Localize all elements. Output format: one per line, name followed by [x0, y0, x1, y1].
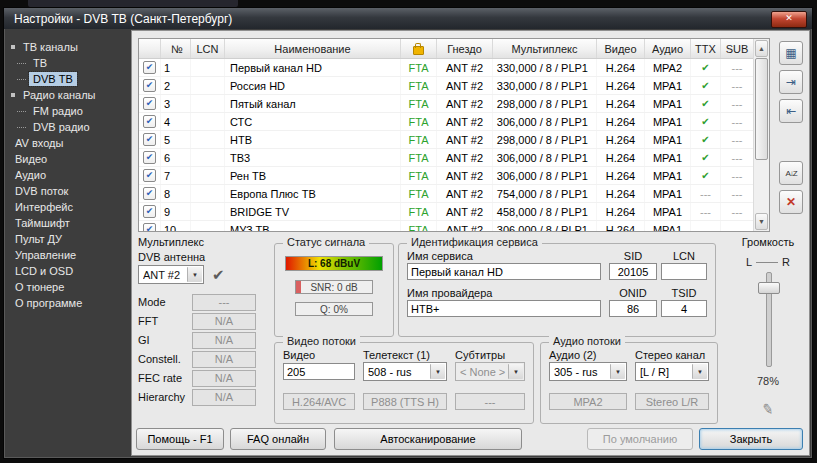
multiplex-param-row: FEC rateN/A [138, 370, 268, 386]
chevron-down-icon[interactable]: ▼ [430, 364, 445, 379]
chevron-down-icon[interactable]: ▼ [610, 364, 625, 379]
column-header-encryption[interactable] [401, 39, 437, 58]
param-value-field: N/A [192, 351, 256, 368]
channel-checkbox[interactable]: ✔ [143, 79, 156, 92]
column-header-socket[interactable]: Гнездо [437, 39, 493, 58]
faq-button[interactable]: FAQ онлайн [230, 428, 326, 450]
sidebar-item[interactable]: Таймшифт [4, 215, 131, 231]
sidebar-item[interactable]: LCD и OSD [4, 263, 131, 279]
table-row[interactable]: ✔9BRIDGE TVFTAANT #2458,000 / 8 / PLP1H.… [139, 203, 753, 221]
sidebar-item[interactable]: Аудио [4, 167, 131, 183]
subtitles-combobox[interactable]: < None > ▼ [455, 362, 525, 381]
stereo-combobox[interactable]: [L / R] ▼ [635, 362, 709, 381]
column-header-name[interactable]: Наименование [225, 39, 401, 58]
sidebar-item[interactable]: FM радио [4, 103, 131, 119]
sidebar-item[interactable]: Радио каналы [4, 87, 131, 103]
table-row[interactable]: ✔8Европа Плюс ТВFTAANT #2754,000 / 8 / P… [139, 185, 753, 203]
close-dialog-button[interactable]: Закрыть [699, 428, 803, 450]
teletext-combobox[interactable]: 508 - rus ▼ [363, 362, 447, 381]
scrollbar-track[interactable] [754, 58, 769, 212]
channel-checkbox[interactable]: ✔ [143, 169, 156, 182]
column-header-video[interactable]: Видео [597, 39, 645, 58]
autoscan-button[interactable]: Автосканирование [334, 428, 522, 450]
table-row[interactable]: ✔5НТВFTAANT #2298,000 / 8 / PLP1H.264MPA… [139, 131, 753, 149]
volume-slider[interactable] [732, 272, 804, 367]
stereo-info-field: Stereo L/R [635, 393, 709, 410]
sidebar-item[interactable]: ТВ [4, 55, 131, 71]
sidebar-item[interactable]: О программе [4, 295, 131, 311]
table-row[interactable]: ✔3Пятый каналFTAANT #2298,000 / 8 / PLP1… [139, 95, 753, 113]
cell-number: 8 [161, 185, 191, 202]
cell-audio: MPA1 [645, 95, 691, 112]
table-scrollbar[interactable]: ▲ ▼ [753, 39, 769, 231]
pencil-icon[interactable]: ✎ [731, 395, 805, 423]
help-button[interactable]: Помощь - F1 [136, 428, 224, 450]
column-header-multiplex[interactable]: Мультиплекс [493, 39, 597, 58]
channel-grid-button[interactable]: ▦ [779, 41, 803, 65]
column-header-checkbox[interactable] [139, 39, 161, 58]
provider-field[interactable] [407, 300, 601, 317]
table-row[interactable]: ✔2Россия HDFTAANT #2330,000 / 8 / PLP1H.… [139, 77, 753, 95]
video-pid-field[interactable] [283, 363, 355, 380]
column-header-sub[interactable]: SUB [721, 39, 753, 58]
sidebar-item[interactable]: AV входы [4, 135, 131, 151]
lcn-field[interactable] [661, 263, 707, 280]
service-name-field[interactable] [407, 263, 601, 280]
sidebar-item[interactable]: О тюнере [4, 279, 131, 295]
column-header-number[interactable]: № [161, 39, 191, 58]
table-row[interactable]: ✔1Первый канал HDFTAANT #2330,000 / 8 / … [139, 59, 753, 77]
table-row[interactable]: ✔4СТСFTAANT #2306,000 / 8 / PLP1H.264MPA… [139, 113, 753, 131]
sidebar-item[interactable]: DVB радио [4, 119, 131, 135]
sid-field[interactable] [609, 263, 657, 280]
channel-checkbox[interactable]: ✔ [143, 187, 156, 200]
column-header-audio[interactable]: Аудио [645, 39, 691, 58]
scrollbar-thumb[interactable] [755, 58, 768, 160]
cell-audio: MPA1 [645, 203, 691, 220]
onid-field[interactable] [609, 300, 657, 317]
video-codec-field: H.264/AVC [283, 393, 355, 410]
sidebar-item[interactable]: DVB поток [4, 183, 131, 199]
sidebar-item[interactable]: Видео [4, 151, 131, 167]
channel-checkbox[interactable]: ✔ [143, 97, 156, 110]
channel-checkbox[interactable]: ✔ [143, 133, 156, 146]
delete-channel-button[interactable]: ✕ [779, 190, 803, 214]
chevron-down-icon[interactable]: ▼ [692, 364, 707, 379]
chevron-down-icon[interactable]: ▼ [187, 267, 202, 282]
table-row[interactable]: ✔7Рен ТВFTAANT #2306,000 / 8 / PLP1H.264… [139, 167, 753, 185]
sidebar-item[interactable]: ТВ каналы [4, 39, 131, 55]
antenna-combobox[interactable]: ANT #2 ▼ [138, 265, 204, 284]
close-button[interactable]: ✕ [771, 11, 807, 28]
cell-audio: MPA1 [645, 77, 691, 94]
cell-encryption: FTA [401, 131, 437, 148]
cell-video: H.264 [597, 221, 645, 231]
scroll-up-icon[interactable]: ▲ [755, 40, 768, 57]
channel-checkbox[interactable]: ✔ [143, 223, 156, 231]
cell-checkbox: ✔ [139, 149, 161, 166]
channel-checkbox[interactable]: ✔ [143, 205, 156, 218]
sidebar-item[interactable]: Пульт ДУ [4, 231, 131, 247]
volume-slider-handle[interactable] [758, 282, 780, 294]
sort-az-button[interactable]: A↓Z [779, 161, 803, 185]
channel-checkbox[interactable]: ✔ [143, 151, 156, 164]
cell-socket: ANT #2 [437, 59, 493, 76]
titlebar[interactable]: Настройки - DVB ТВ (Санкт-Петербург) ✕ [4, 8, 812, 29]
apply-antenna-button[interactable]: ✔ [212, 266, 225, 284]
column-header-lcn[interactable]: LCN [191, 39, 225, 58]
table-row[interactable]: ✔10МУЗ ТВFTAANT #2306,000 / 8 / PLP1H.26… [139, 221, 753, 231]
list-export-button[interactable]: ⇤ [779, 99, 803, 123]
sidebar-item[interactable]: Управление [4, 247, 131, 263]
list-import-button[interactable]: ⇥ [779, 70, 803, 94]
table-row[interactable]: ✔6ТВ3FTAANT #2306,000 / 8 / PLP1H.264MPA… [139, 149, 753, 167]
channel-checkbox[interactable]: ✔ [143, 61, 156, 74]
cell-lcn [191, 203, 225, 220]
sidebar-item[interactable]: Интерфейс [4, 199, 131, 215]
cell-lcn [191, 77, 225, 94]
audio-combobox[interactable]: 305 - rus ▼ [549, 362, 627, 381]
tsid-field[interactable] [661, 300, 707, 317]
multiplex-params: Mode---FFTN/AGIN/AConstell.N/AFEC rateN/… [138, 294, 268, 405]
chevron-down-icon: ▼ [508, 364, 523, 379]
sidebar-item[interactable]: DVB ТВ [4, 71, 131, 87]
channel-checkbox[interactable]: ✔ [143, 115, 156, 128]
column-header-ttx[interactable]: TTX [691, 39, 721, 58]
scroll-down-icon[interactable]: ▼ [755, 213, 768, 230]
